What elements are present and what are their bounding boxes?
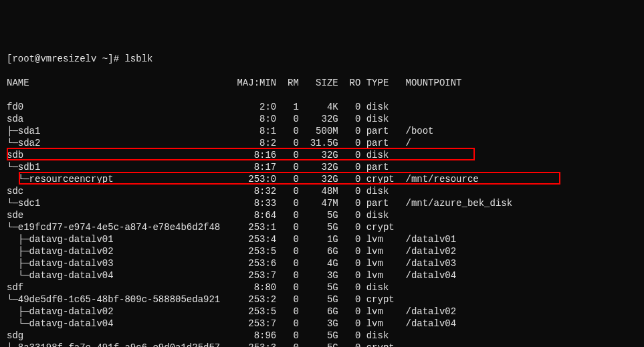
- table-row: └─sdb1 8:17 0 32G 0 part: [7, 161, 637, 173]
- table-row: └─datavg-datalv04 253:7 0 3G 0 lvm /data…: [7, 269, 637, 281]
- table-row: └─e19fcd77-e974-4e5c-a874-e78e4b6d2f48 2…: [7, 221, 637, 233]
- table-row: ├─datavg-datalv02 253:5 0 6G 0 lvm /data…: [7, 245, 637, 257]
- table-row: └─49de5df0-1c65-48bf-809c-588805eda921 2…: [7, 294, 637, 306]
- table-row: └─8a33198f-fa7e-491f-a9c6-e9d0a1d25d57 2…: [7, 342, 637, 347]
- table-row: sdb 8:16 0 32G 0 disk: [7, 149, 637, 161]
- header-row: NAME MAJ:MIN RM SIZE RO TYPE MOUNTPOINT: [7, 77, 637, 89]
- table-row: ├─datavg-datalv03 253:6 0 4G 0 lvm /data…: [7, 257, 637, 269]
- prompt-line: [root@vmresizelv ~]# lsblk: [7, 53, 637, 65]
- table-row: └─resourceencrypt 253:0 0 32G 0 crypt /m…: [7, 173, 637, 185]
- lsblk-output: fd0 2:0 1 4K 0 disk sda 8:0 0 32G 0 disk…: [7, 101, 637, 347]
- table-row: └─sda2 8:2 0 31.5G 0 part /: [7, 137, 637, 149]
- shell-prompt: [root@vmresizelv ~]# lsblk: [7, 53, 152, 64]
- table-row: sdf 8:80 0 5G 0 disk: [7, 281, 637, 294]
- table-row: sdg 8:96 0 5G 0 disk: [7, 330, 637, 342]
- table-row: └─sdc1 8:33 0 47M 0 part /mnt/azure_bek_…: [7, 197, 637, 209]
- table-row: ├─datavg-datalv01 253:4 0 1G 0 lvm /data…: [7, 233, 637, 245]
- table-row: ├─sda1 8:1 0 500M 0 part /boot: [7, 125, 637, 137]
- table-row: └─datavg-datalv04 253:7 0 3G 0 lvm /data…: [7, 318, 637, 330]
- table-row: fd0 2:0 1 4K 0 disk: [7, 101, 637, 113]
- table-row: sda 8:0 0 32G 0 disk: [7, 113, 637, 125]
- table-row: ├─datavg-datalv02 253:5 0 6G 0 lvm /data…: [7, 306, 637, 318]
- table-row: sdc 8:32 0 48M 0 disk: [7, 185, 637, 197]
- table-row: sde 8:64 0 5G 0 disk: [7, 209, 637, 221]
